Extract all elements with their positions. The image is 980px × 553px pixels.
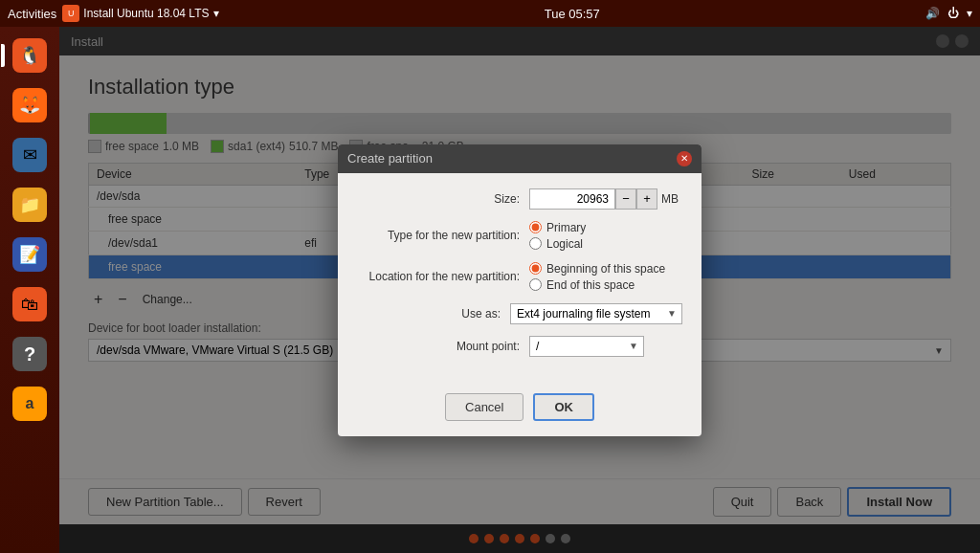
type-logical-label[interactable]: Logical	[529, 237, 586, 251]
sidebar: 🐧 🦊 ✉ 📁 📝 🛍 ? a	[0, 27, 59, 553]
sidebar-item-ubuntu[interactable]: 🐧	[7, 33, 53, 78]
dialog-body: Size: − + MB Type for the new partition:…	[338, 173, 702, 384]
mount-point-label: Mount point:	[357, 340, 529, 353]
location-beginning-label[interactable]: Beginning of this space	[529, 262, 665, 276]
type-logical-radio[interactable]	[529, 237, 542, 250]
files-icon: 📁	[12, 188, 47, 222]
sidebar-item-firefox[interactable]: 🦊	[7, 82, 53, 128]
use-as-select-wrap: Ext4 journaling file system	[510, 303, 682, 324]
writer-icon: 📝	[12, 237, 47, 272]
sidebar-item-files[interactable]: 📁	[7, 182, 53, 228]
create-partition-dialog: Create partition ✕ Size: − + MB Type for…	[338, 144, 702, 436]
type-label: Type for the new partition:	[357, 229, 529, 242]
location-end-text: End of this space	[546, 278, 635, 292]
size-increase-button[interactable]: +	[636, 188, 657, 210]
mount-point-wrap	[529, 336, 644, 357]
app-title: Install Ubuntu 18.04 LTS	[83, 7, 209, 20]
mount-point-input[interactable]	[529, 336, 644, 357]
tray-dropdown-icon[interactable]: ▾	[967, 7, 972, 20]
type-row: Type for the new partition: Primary Logi…	[357, 221, 682, 251]
volume-icon[interactable]: 🔊	[925, 7, 940, 20]
use-as-select[interactable]: Ext4 journaling file system	[510, 303, 682, 324]
dialog-close-button[interactable]: ✕	[677, 151, 692, 166]
type-logical-text: Logical	[546, 237, 583, 251]
help-icon: ?	[12, 337, 47, 371]
location-row: Location for the new partition: Beginnin…	[357, 262, 682, 292]
amazon-icon: a	[12, 387, 47, 421]
sidebar-item-software[interactable]: 🛍	[7, 281, 53, 327]
location-radio-group: Beginning of this space End of this spac…	[529, 262, 665, 292]
firefox-icon: 🦊	[12, 88, 47, 122]
topbar: Activities U Install Ubuntu 18.04 LTS ▾ …	[0, 0, 980, 27]
location-beginning-text: Beginning of this space	[546, 262, 665, 276]
size-decrease-button[interactable]: −	[615, 188, 636, 210]
software-icon: 🛍	[12, 287, 47, 321]
app-dropdown-icon: ▾	[213, 7, 219, 20]
location-label: Location for the new partition:	[357, 270, 529, 283]
dialog-titlebar: Create partition ✕	[338, 144, 702, 173]
app-icon: U	[62, 5, 79, 22]
location-beginning-radio[interactable]	[529, 262, 542, 275]
type-primary-radio[interactable]	[529, 221, 542, 233]
sidebar-item-writer[interactable]: 📝	[7, 232, 53, 277]
size-row: Size: − + MB	[357, 188, 682, 210]
size-unit: MB	[661, 192, 679, 206]
size-label: Size:	[357, 192, 529, 206]
power-icon[interactable]: ⏻	[947, 7, 959, 20]
main-window: Install Installation type free space 1.0…	[59, 27, 980, 553]
location-end-label[interactable]: End of this space	[529, 278, 665, 292]
type-primary-label[interactable]: Primary	[529, 221, 586, 234]
use-as-label: Use as:	[357, 307, 510, 321]
clock: Tue 05:57	[545, 7, 600, 21]
sidebar-item-amazon[interactable]: a	[7, 381, 53, 427]
type-radio-group: Primary Logical	[529, 221, 586, 251]
dialog-footer: Cancel OK	[338, 384, 702, 436]
location-end-radio[interactable]	[529, 278, 542, 291]
sidebar-item-thunderbird[interactable]: ✉	[7, 132, 53, 178]
use-as-row: Use as: Ext4 journaling file system	[357, 303, 682, 324]
system-tray: 🔊 ⏻ ▾	[925, 7, 972, 20]
type-primary-text: Primary	[546, 221, 586, 234]
activities-button[interactable]: Activities	[8, 7, 56, 21]
thunderbird-icon: ✉	[12, 138, 47, 172]
size-input[interactable]	[529, 188, 615, 210]
dialog-ok-button[interactable]: OK	[533, 393, 594, 421]
ubuntu-icon: 🐧	[12, 38, 47, 73]
sidebar-item-help[interactable]: ?	[7, 331, 53, 377]
dialog-overlay: Create partition ✕ Size: − + MB Type for…	[59, 27, 980, 553]
dialog-title: Create partition	[347, 151, 433, 166]
dialog-cancel-button[interactable]: Cancel	[445, 393, 523, 421]
mount-point-row: Mount point:	[357, 336, 682, 357]
app-menu[interactable]: U Install Ubuntu 18.04 LTS ▾	[62, 5, 218, 22]
